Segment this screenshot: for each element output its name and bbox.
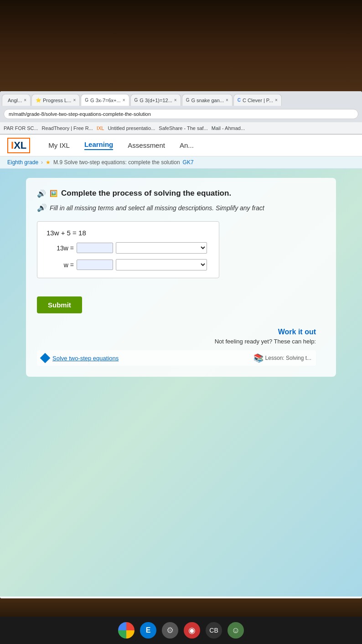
equation-original: 13w + 5 = 18 (47, 229, 86, 237)
speaker-icon-1[interactable]: 🔊 (37, 189, 46, 198)
taskbar: E ⚙ ◉ CB ☺ (0, 617, 362, 644)
tab-close-snake[interactable]: × (226, 98, 228, 103)
tab-label-3d1: G 3(d+1)=12... (140, 98, 172, 103)
bookmark-untitled[interactable]: Untitled presentatio... (108, 125, 155, 131)
work-it-out-section: Work it out Not feeling ready yet? These… (37, 328, 325, 366)
ixl-app: IXL My IXL Learning Assessment An... Eig… (0, 135, 362, 598)
step1-dropdown[interactable] (116, 242, 207, 254)
taskbar-circle-icon[interactable]: ◉ (184, 622, 200, 639)
tab-3d1[interactable]: G G 3(d+1)=12... × (130, 94, 181, 106)
tab-label-snake: G snake gan... (191, 98, 224, 103)
tab-close-progress[interactable]: × (73, 98, 76, 103)
ixl-logo: IXL (7, 138, 30, 153)
breadcrumb-code: GK7 (183, 159, 194, 166)
lesson-label: Lesson: Solving t... (265, 355, 311, 361)
tab-favicon-snake: G (186, 98, 190, 103)
work-it-out-title: Work it out (37, 328, 316, 336)
bookmark-readtheory[interactable]: ReadTheory | Free R... (42, 125, 93, 131)
step2-label: w = (47, 261, 74, 269)
wood-background-top (0, 0, 362, 91)
bookmark-safeshare[interactable]: SafeShare - The saf... (159, 125, 207, 131)
step2-input[interactable] (77, 260, 113, 270)
tab-close-3d1[interactable]: × (174, 98, 177, 103)
tab-close-angl[interactable]: × (24, 98, 26, 103)
equation-original-line: 13w + 5 = 18 (47, 229, 210, 237)
taskbar-face-icon[interactable]: ☺ (228, 622, 244, 639)
lesson-icon: 📚 (253, 353, 264, 363)
nav-analytics[interactable]: An... (180, 141, 194, 149)
breadcrumb: Eighth grade › ★ M.9 Solve two-step equa… (0, 156, 362, 169)
tab-label-progress: Progress L... (43, 98, 71, 103)
tab-close-clever[interactable]: × (275, 98, 278, 103)
sub-instruction-text: Fill in all missing terms and select all… (50, 204, 264, 212)
work-it-out-subtitle: Not feeling ready yet? These can help: (37, 338, 316, 345)
tab-label-clever: C Clever | P... (243, 98, 273, 103)
breadcrumb-star-icon: ★ (46, 159, 51, 166)
tab-bar: Angl... × ⭐ Progress L... × G G 3x-7=6x+… (0, 91, 362, 106)
browser-chrome: Angl... × ⭐ Progress L... × G G 3x-7=6x+… (0, 91, 362, 135)
taskbar-gear-icon[interactable]: ⚙ (162, 622, 178, 639)
submit-button[interactable]: Submit (37, 296, 82, 313)
address-bar: m/math/grade-8/solve-two-step-equations-… (0, 106, 362, 122)
tab-label-3x7: G 3x-7=6x+... (90, 98, 121, 103)
tab-favicon-progress: ⭐ (36, 98, 41, 103)
bookmark-mail[interactable]: Mail - Ahmad... (212, 125, 245, 131)
main-content: 🔊 🖼️ Complete the process of solving the… (0, 169, 362, 597)
tab-clever[interactable]: C C Clever | P... × (233, 94, 282, 106)
step1-label: 13w = (47, 244, 74, 252)
nav-assessment[interactable]: Assessment (128, 141, 165, 149)
breadcrumb-topic: M.9 Solve two-step equations: complete t… (53, 159, 180, 166)
taskbar-chrome-icon[interactable] (118, 622, 134, 639)
speaker-icon-2[interactable]: 🔊 (37, 203, 46, 212)
tab-label-angl: Angl... (8, 98, 22, 103)
tab-favicon-clever: C (238, 98, 241, 103)
ixl-navbar: IXL My IXL Learning Assessment An... (0, 135, 362, 156)
question-instruction: 🔊 🖼️ Complete the process of solving the… (37, 189, 325, 198)
accessibility-icon: 🖼️ (50, 190, 57, 197)
help-diamond-icon (40, 353, 51, 364)
tab-favicon-3d1: G (134, 98, 138, 103)
bookmark-par[interactable]: PAR FOR SC... (4, 125, 38, 131)
browser-screen: Angl... × ⭐ Progress L... × G G 3x-7=6x+… (0, 91, 362, 598)
tab-3x7[interactable]: G G 3x-7=6x+... × (81, 94, 129, 106)
equation-step1-line: 13w = (47, 242, 210, 254)
bookmark-ixl[interactable]: IXL (97, 125, 104, 131)
help-link[interactable]: Solve two-step equations (52, 355, 119, 362)
tab-snake[interactable]: G G snake gan... × (182, 94, 233, 106)
nav-links: My IXL Learning Assessment An... (48, 140, 194, 150)
bookmarks-bar: PAR FOR SC... ReadTheory | Free R... IXL… (0, 122, 362, 134)
help-row: Solve two-step equations 📚 Lesson: Solvi… (37, 350, 316, 366)
breadcrumb-grade[interactable]: Eighth grade (7, 159, 38, 166)
help-lesson[interactable]: 📚 Lesson: Solving t... (253, 353, 311, 363)
breadcrumb-separator: › (41, 159, 43, 166)
taskbar-edge-icon[interactable]: E (140, 622, 156, 639)
tab-progress[interactable]: ⭐ Progress L... × (31, 94, 80, 106)
step1-input[interactable] (77, 243, 113, 253)
question-sub-instruction: 🔊 Fill in all missing terms and select a… (37, 203, 325, 212)
question-card: 🔊 🖼️ Complete the process of solving the… (26, 178, 336, 377)
tab-favicon-3x7: G (85, 98, 88, 103)
equation-box: 13w + 5 = 18 13w = w = (37, 221, 219, 278)
equation-step2-line: w = (47, 259, 210, 270)
url-input[interactable]: m/math/grade-8/solve-two-step-equations-… (4, 109, 358, 119)
instruction-text: Complete the process of solving the equa… (61, 189, 231, 198)
nav-learning[interactable]: Learning (84, 140, 113, 150)
taskbar-cb-icon[interactable]: CB (206, 622, 222, 639)
step2-dropdown[interactable] (116, 259, 207, 270)
tab-angl[interactable]: Angl... × (2, 94, 31, 106)
nav-my-ixl[interactable]: My IXL (48, 141, 70, 149)
tab-close-3x7[interactable]: × (123, 98, 125, 103)
